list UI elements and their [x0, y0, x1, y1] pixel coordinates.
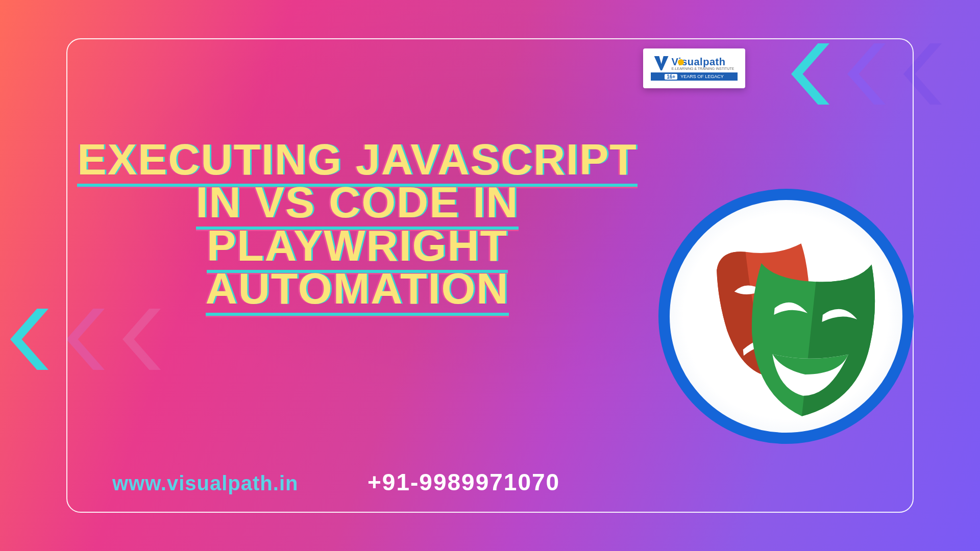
- visualpath-logo: Visualpath E-LEARNING & TRAINING INSTITU…: [654, 56, 734, 70]
- visualpath-logo-card: Visualpath E-LEARNING & TRAINING INSTITU…: [643, 48, 745, 88]
- logo-badge: 16+ YEARS OF LEGACY: [651, 72, 738, 81]
- playwright-masks-icon: [658, 189, 914, 444]
- website-url: www.visualpath.in: [112, 472, 298, 495]
- page-title: EXECUTING JAVASCRIPT IN VS CODE IN PLAYW…: [77, 138, 638, 310]
- phone-number: +91-9989971070: [368, 468, 560, 496]
- logo-dot-icon: [678, 59, 684, 65]
- logo-tagline: E-LEARNING & TRAINING INSTITUTE: [672, 67, 734, 70]
- logo-v-mark-icon: [654, 56, 669, 70]
- title-line: AUTOMATION: [206, 264, 509, 316]
- logo-badge-num: 16+: [665, 74, 677, 80]
- logo-badge-text: YEARS OF LEGACY: [680, 74, 724, 79]
